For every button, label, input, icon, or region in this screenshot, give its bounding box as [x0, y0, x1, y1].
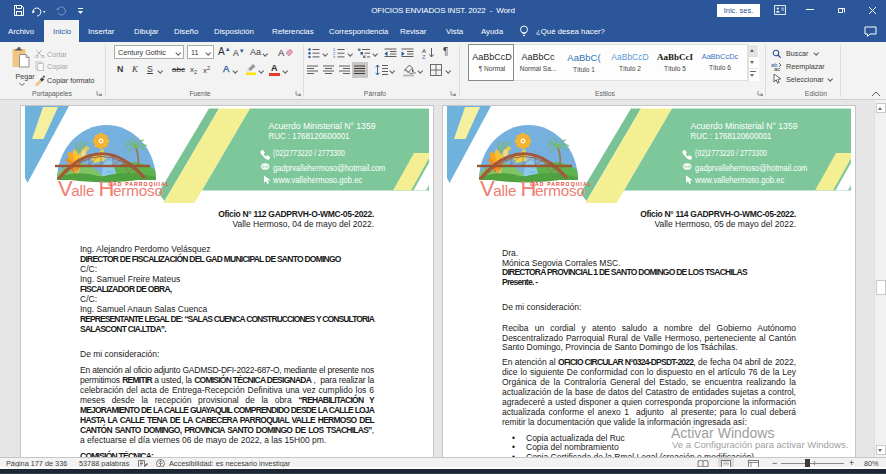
svg-text:Z: Z	[422, 54, 426, 59]
svg-text:3: 3	[333, 55, 336, 59]
svg-text:A: A	[422, 48, 426, 54]
